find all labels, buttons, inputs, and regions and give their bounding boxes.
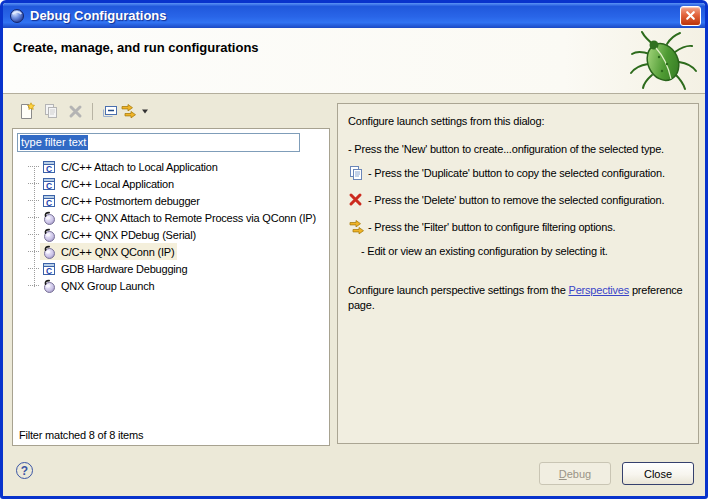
qnx-icon [41,278,57,294]
help-bullet: - Press the 'Filter' button to configure… [348,213,692,240]
filter-status-text: Filter matched 8 of 8 items [19,429,143,441]
title-bar[interactable]: Debug Configurations [3,3,705,28]
perspectives-link[interactable]: Perspectives [569,284,630,296]
new-configuration-button[interactable] [15,100,39,122]
c-app-icon: C [41,159,57,175]
help-bullet: - Press the 'New' button to create...onf… [348,138,692,159]
tree-item[interactable]: C/C++ QNX Attach to Remote Process via Q… [13,209,329,226]
help-bullets: - Press the 'New' button to create...onf… [348,138,692,261]
qnx-icon [41,244,57,260]
duplicate-icon [348,165,368,181]
perspective-text-prefix: Configure launch perspective settings fr… [348,284,569,296]
tree-item[interactable]: C/C++ QNX QConn (IP) [13,243,329,260]
delete-configuration-button[interactable] [63,100,87,122]
tree-item-label: C/C++ QNX QConn (IP) [61,246,174,258]
help-button[interactable]: ? [16,462,33,479]
configurations-toolbar [15,100,146,122]
dropdown-arrow-icon [142,109,148,114]
filter-launch-configurations-button[interactable] [122,100,146,122]
debug-button[interactable]: Debug [539,462,611,485]
new-config-icon [18,102,36,120]
tree-item[interactable]: CC/C++ Local Application [13,175,329,192]
help-bullet-text: - Press the 'Duplicate' button to copy t… [368,166,665,180]
debug-configurations-dialog: Debug Configurations Create, manage, and… [0,0,708,499]
c-app-icon: C [41,176,57,192]
window-title: Debug Configurations [30,8,680,23]
configurations-tree: CC/C++ Attach to Local ApplicationCC/C++… [13,158,329,294]
tree-item-label: C/C++ Postmortem debugger [61,195,200,207]
configurations-panel: type filter text CC/C++ Attach to Local … [12,128,330,446]
tree-item[interactable]: CC/C++ Attach to Local Application [13,158,329,175]
filter-input-selected-text: type filter text [20,135,88,150]
help-bullet-text: - Edit or view an existing configuration… [361,244,608,258]
help-bullet-text: - Press the 'Delete' button to remove th… [368,193,664,207]
tree-item-label: C/C++ QNX PDebug (Serial) [61,229,196,241]
tree-item-label: QNX Group Launch [61,280,154,292]
toolbar-separator [92,103,93,120]
duplicate-configuration-button[interactable] [39,100,63,122]
dialog-body: type filter text CC/C++ Attach to Local … [3,94,705,450]
close-button[interactable]: Close [622,462,694,485]
tree-item-label: C/C++ QNX Attach to Remote Process via Q… [61,212,316,224]
help-bullet: - Press the 'Delete' button to remove th… [348,186,692,213]
dialog-header: Create, manage, and run configurations [3,28,705,94]
delete-icon [348,192,368,207]
tree-item-label: C/C++ Local Application [61,178,174,190]
delete-icon [68,104,83,119]
tree-item[interactable]: CGDB Hardware Debugging [13,260,329,277]
debug-button-mnemonic: D [559,468,567,480]
svg-text:C: C [46,180,52,190]
collapse-all-button[interactable] [98,100,122,122]
qnx-icon [41,227,57,243]
tree-item[interactable]: C/C++ QNX PDebug (Serial) [13,226,329,243]
filter-icon [120,103,140,119]
duplicate-icon [43,103,59,119]
tree-item-label: GDB Hardware Debugging [61,263,187,275]
green-bug-icon [629,30,699,96]
tree-item-label: C/C++ Attach to Local Application [61,161,218,173]
close-icon [685,10,696,21]
help-panel: Configure launch settings from this dial… [337,103,699,444]
tree-guide-line [34,166,35,287]
question-mark-icon: ? [21,464,28,478]
c-app-icon: C [41,193,57,209]
svg-text:C: C [46,163,52,173]
perspective-paragraph: Configure launch perspective settings fr… [348,283,692,313]
help-bullet: - Press the 'Duplicate' button to copy t… [348,159,692,186]
tree-item[interactable]: CC/C++ Postmortem debugger [13,192,329,209]
button-bar: ? Debug Close [3,450,705,496]
filter-input[interactable]: type filter text [17,133,300,152]
svg-text:C: C [46,265,52,275]
debug-button-label: ebug [567,468,591,480]
collapse-all-icon [101,103,119,119]
svg-text:C: C [46,197,52,207]
c-app-icon: C [41,261,57,277]
page-title: Create, manage, and run configurations [3,28,705,55]
tree-item[interactable]: QNX Group Launch [13,277,329,294]
eclipse-app-icon [9,8,25,24]
help-heading: Configure launch settings from this dial… [348,114,692,128]
titlebar-close-button[interactable] [680,6,701,26]
help-bullet-text: - Press the 'Filter' button to configure… [368,220,615,234]
help-bullet-text: - Press the 'New' button to create...onf… [348,142,664,156]
filter-icon [348,219,368,235]
qnx-icon [41,210,57,226]
help-bullet: - Edit or view an existing configuration… [348,240,692,261]
